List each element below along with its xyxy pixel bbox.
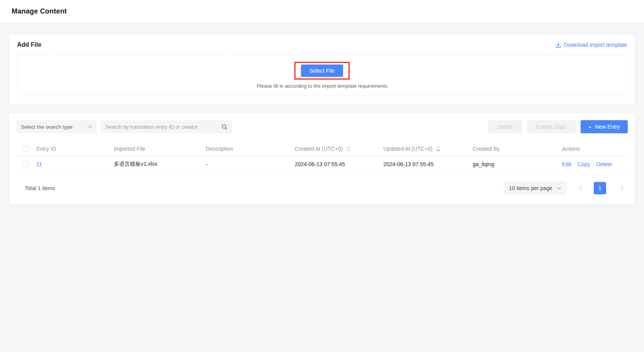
next-page-button[interactable] xyxy=(616,182,628,194)
copy-action-link[interactable]: Copy xyxy=(577,161,590,167)
list-toolbar: Select the search type Delete Create Cop… xyxy=(16,120,628,133)
chevron-down-icon xyxy=(557,187,561,190)
search-type-select[interactable]: Select the search type xyxy=(16,120,97,133)
column-header-created-at: Created At (UTC+0) xyxy=(292,146,380,152)
download-import-template-link[interactable]: Download import template xyxy=(555,42,627,48)
column-header-created-by: Created By xyxy=(470,146,559,152)
new-entry-button[interactable]: + New Entry xyxy=(581,120,628,133)
description-cell: - xyxy=(203,161,292,167)
imported-file-cell: 多语言模板v1.xlsx xyxy=(111,161,203,168)
search-field xyxy=(101,120,232,133)
chevron-down-icon xyxy=(88,126,92,128)
search-type-select-value: Select the search type xyxy=(21,124,73,130)
search-input[interactable] xyxy=(105,124,222,130)
column-header-updated-at: Updated At (UTC+0) xyxy=(380,146,470,152)
download-icon xyxy=(555,42,561,48)
upload-hint-text: Please fill in according to the import t… xyxy=(256,83,387,89)
total-items-text: Total 1 items xyxy=(16,185,55,191)
page-size-value: 10 items per page xyxy=(509,185,552,191)
column-header-description: Description xyxy=(203,146,292,152)
new-entry-button-label: New Entry xyxy=(595,124,620,130)
caret-up-icon xyxy=(436,146,440,148)
upload-dropzone[interactable]: Select File Please fill in according to … xyxy=(17,54,627,95)
table-row: 11 多语言模板v1.xlsx - 2024-06-13 07:55:45 20… xyxy=(16,156,628,172)
column-header-entry-id: Entry ID xyxy=(33,146,111,152)
actions-cell: Edit Copy Delete xyxy=(559,161,628,167)
previous-page-button[interactable] xyxy=(574,182,586,194)
created-at-cell: 2024-06-13 07:55:45 xyxy=(292,161,380,167)
select-all-checkbox[interactable] xyxy=(22,146,29,152)
caret-down-icon xyxy=(347,149,350,151)
column-header-imported-file: Imported File xyxy=(111,146,203,152)
edit-action-link[interactable]: Edit xyxy=(562,161,571,167)
table-footer: Total 1 items 10 items per page 1 xyxy=(16,181,628,195)
annotation-highlight-box: Select File xyxy=(294,62,350,80)
chevron-right-icon xyxy=(620,186,624,190)
updated-at-cell: 2024-06-13 07:55:45 xyxy=(380,161,470,167)
row-checkbox[interactable] xyxy=(22,161,29,167)
created-at-sorter[interactable] xyxy=(347,146,350,151)
updated-at-sorter[interactable] xyxy=(436,146,440,151)
create-copy-button[interactable]: Create Copy xyxy=(527,120,576,133)
download-link-label: Download import template xyxy=(564,42,627,48)
chevron-left-icon xyxy=(579,186,582,190)
delete-action-link[interactable]: Delete xyxy=(596,161,612,167)
page-size-select[interactable]: 10 items per page xyxy=(504,181,567,195)
created-by-cell: ga_liqing xyxy=(470,161,559,167)
add-file-card: Add File Download import template Select… xyxy=(9,34,635,104)
entries-table: Entry ID Imported File Description Creat… xyxy=(16,142,628,172)
pagination: 10 items per page 1 xyxy=(504,181,628,195)
caret-up-icon xyxy=(347,146,350,148)
page-content: Add File Download import template Select… xyxy=(0,23,644,205)
column-header-actions: Actions xyxy=(559,146,628,152)
page-title: Manage Content xyxy=(12,7,67,15)
page-number-button[interactable]: 1 xyxy=(594,182,606,194)
plus-icon: + xyxy=(588,124,592,130)
caret-down-icon-active xyxy=(436,149,440,151)
content-list-card: Select the search type Delete Create Cop… xyxy=(9,113,635,205)
table-header-row: Entry ID Imported File Description Creat… xyxy=(16,142,628,156)
select-file-button[interactable]: Select File xyxy=(301,65,343,77)
top-bar: Manage Content xyxy=(0,0,644,23)
entry-id-link[interactable]: 11 xyxy=(36,161,42,167)
delete-button[interactable]: Delete xyxy=(488,120,522,133)
search-icon[interactable] xyxy=(222,124,227,130)
add-file-title: Add File xyxy=(17,41,41,48)
